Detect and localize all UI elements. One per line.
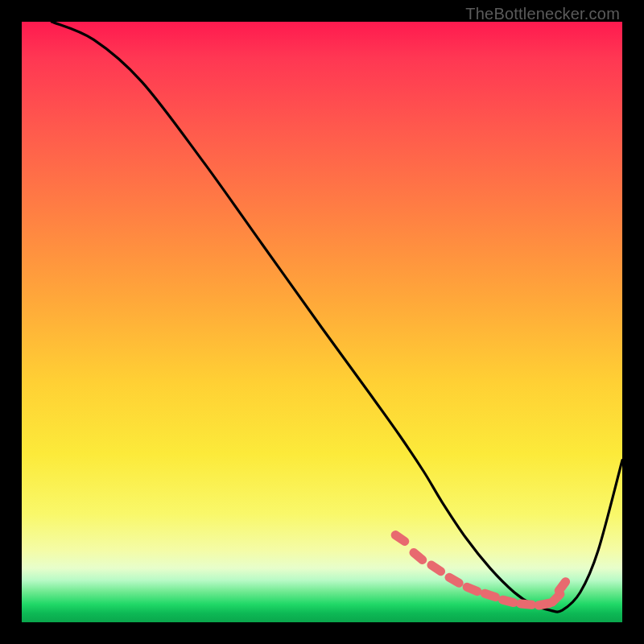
valley-marker xyxy=(521,604,532,605)
chart-frame: TheBottlenecker.com xyxy=(0,0,644,644)
valley-marker xyxy=(431,565,441,572)
valley-marker xyxy=(559,582,565,591)
chart-svg xyxy=(22,22,622,622)
plot-area xyxy=(22,22,622,622)
attribution-text: TheBottlenecker.com xyxy=(465,5,620,23)
valley-marker xyxy=(502,600,514,602)
valley-marker xyxy=(485,593,495,597)
valley-marker xyxy=(467,587,477,591)
main-curve xyxy=(52,22,622,612)
valley-marker xyxy=(414,552,423,559)
valley-marker xyxy=(449,577,459,583)
valley-marker xyxy=(395,535,405,542)
valley-markers xyxy=(395,535,565,605)
valley-marker xyxy=(552,594,560,602)
